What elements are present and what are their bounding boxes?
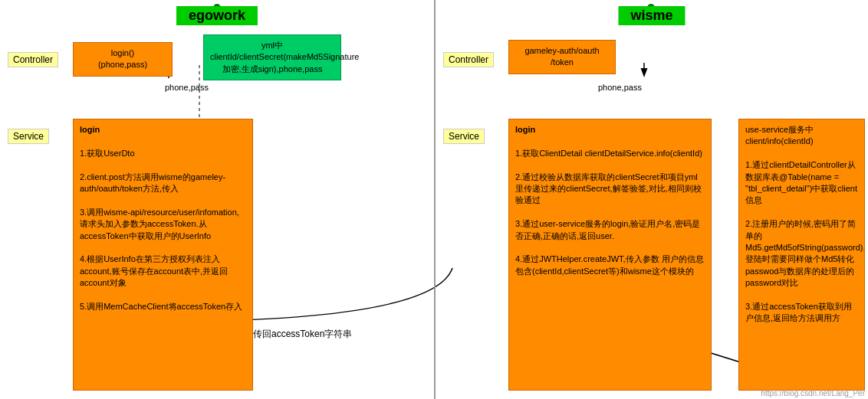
right-section-title: wisme — [618, 6, 685, 25]
left-service-box: login 1.获取UserDto 2.client.post方法调用wisme… — [73, 119, 253, 391]
left-green-box: yml中clientId/clientSecret(makeMd5Signatu… — [203, 34, 341, 80]
left-half: egowork Controller login()(phone,pass) y… — [0, 0, 434, 399]
right-half: wisme Controller gameley-auth/oauth/toke… — [436, 0, 868, 399]
right-use-service-box: use-service服务中client/info(clientId) 1.通过… — [738, 119, 865, 391]
left-section-title: egowork — [176, 6, 258, 25]
diagram-container: phone,pass phone,pass 传回accessToken字符串 — [0, 0, 868, 399]
left-service-label: Service — [8, 129, 49, 144]
right-service-label: Service — [443, 129, 485, 144]
left-controller-label: Controller — [8, 52, 58, 67]
right-controller-label: Controller — [443, 52, 494, 67]
right-controller-box: gameley-auth/oauth/token — [508, 40, 616, 74]
right-service-box: login 1.获取ClientDetail clientDetailServi… — [508, 119, 712, 391]
watermark: https://blog.csdn.net/Lang_Per — [761, 389, 865, 397]
left-controller-box: login()(phone,pass) — [73, 42, 173, 77]
